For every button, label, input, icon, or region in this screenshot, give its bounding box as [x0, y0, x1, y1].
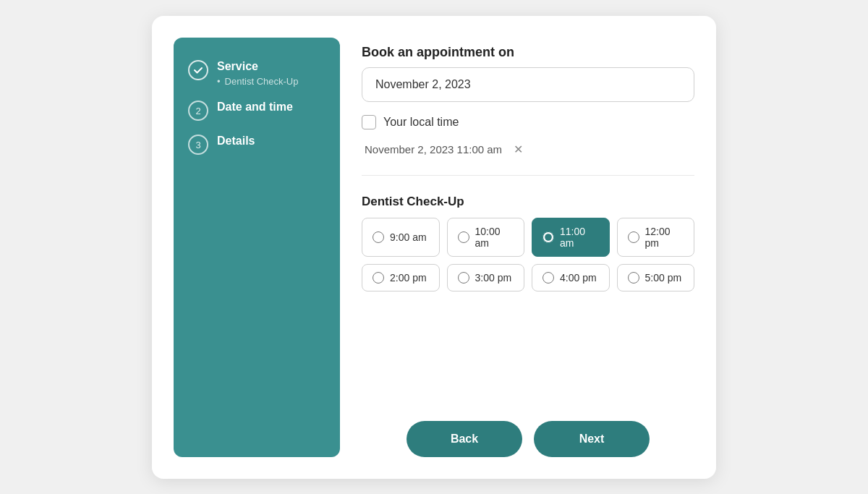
selected-time-row: November 2, 2023 11:00 am ✕ [362, 142, 694, 156]
clear-selection-icon[interactable]: ✕ [514, 142, 523, 156]
next-button[interactable]: Next [534, 421, 650, 457]
back-button[interactable]: Back [407, 421, 522, 457]
time-radio-5[interactable] [458, 272, 469, 284]
date-input[interactable]: November 2, 2023 [362, 67, 694, 102]
modal-container: Service Dentist Check-Up 2 Date and time… [152, 16, 716, 479]
time-label-3: 12:00 pm [645, 226, 684, 249]
step-details-label: Details [217, 134, 255, 149]
time-option-10-00-am[interactable]: 10:00 am [447, 218, 525, 257]
sidebar: Service Dentist Check-Up 2 Date and time… [174, 38, 340, 457]
local-time-row: Your local time [362, 115, 694, 129]
step-details-info: Details [217, 134, 255, 149]
step-3-number-icon: 3 [188, 135, 208, 155]
selected-datetime-text: November 2, 2023 11:00 am [365, 143, 502, 156]
step-3-number: 3 [195, 140, 200, 150]
time-radio-4[interactable] [373, 272, 384, 284]
time-slots-section: Dentist Check-Up 9:00 am10:00 am11:00 am… [362, 195, 694, 297]
sidebar-step-datetime: 2 Date and time [188, 100, 326, 121]
spacer [362, 310, 694, 401]
time-option-2-00-pm[interactable]: 2:00 pm [362, 264, 440, 291]
time-option-9-00-am[interactable]: 9:00 am [362, 218, 440, 257]
time-label-4: 2:00 pm [390, 272, 427, 284]
time-label-1: 10:00 am [475, 226, 514, 249]
step-2-number: 2 [195, 106, 200, 116]
step-datetime-label: Date and time [217, 100, 293, 115]
local-time-label: Your local time [383, 116, 459, 129]
step-service-info: Service Dentist Check-Up [217, 59, 298, 88]
time-option-11-00-am[interactable]: 11:00 am [532, 218, 610, 257]
divider [362, 175, 694, 176]
time-radio-6[interactable] [542, 272, 554, 284]
time-radio-0[interactable] [373, 231, 384, 243]
main-content: Book an appointment on November 2, 2023 … [362, 38, 694, 457]
time-label-6: 4:00 pm [560, 272, 597, 284]
time-grid: 9:00 am10:00 am11:00 am12:00 pm2:00 pm3:… [362, 218, 694, 291]
step-service-sublabel: Dentist Check-Up [217, 76, 298, 87]
time-radio-1[interactable] [458, 231, 469, 243]
local-time-checkbox[interactable] [362, 115, 376, 129]
sidebar-step-details: 3 Details [188, 134, 326, 155]
time-option-3-00-pm[interactable]: 3:00 pm [447, 264, 525, 291]
step-2-number-icon: 2 [188, 101, 208, 121]
service-section-title: Dentist Check-Up [362, 195, 694, 209]
time-option-12-00-pm[interactable]: 12:00 pm [617, 218, 695, 257]
time-label-2: 11:00 am [560, 226, 599, 249]
time-option-5-00-pm[interactable]: 5:00 pm [617, 264, 695, 291]
time-option-4-00-pm[interactable]: 4:00 pm [532, 264, 610, 291]
book-section: Book an appointment on November 2, 2023 [362, 45, 694, 102]
step-completed-icon [188, 60, 208, 80]
step-datetime-info: Date and time [217, 100, 293, 115]
footer-buttons: Back Next [362, 421, 694, 457]
book-title: Book an appointment on [362, 45, 694, 60]
time-label-5: 3:00 pm [475, 272, 512, 284]
time-radio-7[interactable] [628, 272, 639, 284]
step-service-label: Service [217, 59, 298, 74]
time-label-0: 9:00 am [390, 231, 427, 243]
time-radio-3[interactable] [628, 231, 639, 243]
time-radio-2[interactable] [542, 231, 554, 243]
time-label-7: 5:00 pm [645, 272, 682, 284]
sidebar-step-service: Service Dentist Check-Up [188, 59, 326, 88]
